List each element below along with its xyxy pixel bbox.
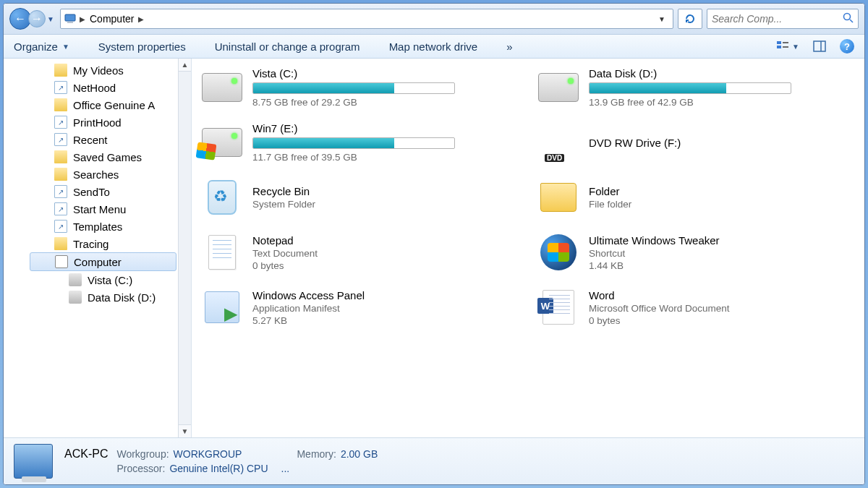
system-properties-button[interactable]: System properties	[98, 40, 186, 53]
recycle-bin-icon	[202, 177, 242, 218]
computer-icon	[62, 11, 78, 27]
address-dropdown[interactable]: ▼	[657, 15, 671, 23]
breadcrumb-computer[interactable]: Computer ▶	[87, 13, 147, 25]
item-windows-access-panel[interactable]: Windows Access Panel Application Manifes…	[199, 286, 528, 329]
folder-icon	[54, 237, 67, 250]
content-pane: Vista (C:) 8.75 GB free of 29.2 GB Data …	[192, 59, 864, 437]
scroll-up-button[interactable]: ▲	[179, 59, 191, 72]
nav-label: Recent	[73, 134, 108, 146]
tile-title: DVD RW Drive (F:)	[589, 137, 681, 149]
search-box[interactable]	[707, 9, 859, 29]
details-processor-value: Genuine Intel(R) CPU	[169, 463, 268, 474]
folder-icon	[54, 150, 67, 163]
tile-size: 0 bytes	[252, 260, 318, 271]
svg-rect-4	[777, 41, 781, 44]
history-dropdown[interactable]: ▼	[46, 10, 56, 27]
nav-item[interactable]: ↗PrintHood	[4, 114, 191, 131]
nav-label: Computer	[74, 256, 122, 268]
organize-menu[interactable]: Organize ▼	[14, 40, 69, 53]
svg-rect-1	[67, 22, 73, 23]
nav-drive-c[interactable]: Vista (C:)	[4, 271, 191, 288]
nav-item[interactable]: Tracing	[4, 235, 191, 252]
refresh-button[interactable]	[678, 9, 702, 29]
chevron-right-icon[interactable]: ▶	[80, 15, 85, 23]
explorer-body: My Videos↗NetHoodOffice Genuine A↗PrintH…	[4, 59, 864, 437]
details-computer-name: ACK-PC	[64, 448, 108, 461]
tile-title: Ultimate Windows Tweaker	[589, 234, 720, 247]
nav-label: NetHood	[73, 82, 116, 94]
item-word[interactable]: Word Microsoft Office Word Document 0 by…	[535, 286, 864, 329]
details-workgroup-label: Workgroup:	[116, 448, 169, 460]
tile-subtitle: 8.75 GB free of 29.2 GB	[252, 97, 455, 108]
nav-item[interactable]: Saved Games	[4, 148, 191, 166]
tile-subtitle: File folder	[589, 199, 631, 210]
tile-title: Folder	[589, 185, 631, 197]
svg-rect-5	[777, 46, 781, 48]
scroll-down-button[interactable]: ▼	[179, 424, 191, 437]
svg-rect-0	[65, 14, 75, 21]
nav-label: Templates	[73, 221, 122, 233]
map-network-drive-button[interactable]: Map network drive	[389, 40, 478, 53]
search-input[interactable]	[712, 13, 843, 25]
nav-item[interactable]: ↗Recent	[4, 131, 191, 148]
details-processor-label: Processor:	[116, 463, 165, 474]
svg-rect-8	[814, 41, 825, 51]
nav-label: Tracing	[73, 238, 109, 250]
nav-label: Vista (C:)	[88, 274, 132, 286]
nav-drive-d[interactable]: Data Disk (D:)	[4, 288, 191, 306]
breadcrumb-label: Computer	[90, 13, 134, 25]
nav-item[interactable]: Office Genuine A	[4, 96, 191, 114]
chevron-down-icon: ▼	[62, 43, 69, 51]
nav-computer[interactable]: Computer	[30, 252, 176, 271]
preview-pane-button[interactable]	[812, 39, 827, 53]
nav-item[interactable]: Searches	[4, 166, 191, 183]
tile-size: 0 bytes	[589, 315, 730, 326]
uninstall-program-button[interactable]: Uninstall or change a program	[215, 40, 360, 53]
tile-subtitle: System Folder	[252, 199, 315, 210]
item-ultimate-windows-tweaker[interactable]: Ultimate Windows Tweaker Shortcut 1.44 K…	[535, 231, 864, 274]
tile-subtitle: Shortcut	[589, 248, 720, 259]
tile-title: Vista (C:)	[252, 67, 455, 80]
item-folder[interactable]: Folder File folder	[535, 176, 864, 219]
nav-item[interactable]: ↗Start Menu	[4, 200, 191, 218]
nav-scrollbar[interactable]: ▲ ▼	[178, 59, 191, 437]
tile-subtitle: Application Manifest	[252, 303, 365, 314]
drive-data-disk-d[interactable]: Data Disk (D:) 13.9 GB free of 42.9 GB	[535, 66, 864, 109]
tile-title: Recycle Bin	[252, 185, 315, 197]
tile-title: Notepad	[252, 234, 318, 247]
hard-drive-windows-icon	[202, 122, 242, 163]
folder-icon	[54, 64, 67, 77]
tiles-grid: Vista (C:) 8.75 GB free of 29.2 GB Data …	[199, 66, 864, 329]
shortcut-file-icon: ↗	[54, 202, 67, 215]
nav-label: Saved Games	[73, 151, 142, 163]
nav-label: PrintHood	[73, 116, 122, 129]
shortcut-file-icon: ↗	[54, 185, 67, 198]
nav-item[interactable]: My Videos	[4, 61, 191, 79]
tile-title: Word	[589, 289, 730, 301]
dvd-drive-icon	[538, 122, 579, 163]
drive-vista-c[interactable]: Vista (C:) 8.75 GB free of 29.2 GB	[199, 66, 528, 109]
details-ellipsis[interactable]: ...	[281, 463, 290, 474]
details-pane: ACK-PC Workgroup: WORKGROUP Memory: 2.00…	[4, 437, 864, 484]
search-icon[interactable]	[843, 12, 854, 25]
forward-button[interactable]: →	[28, 10, 46, 27]
nav-item[interactable]: ↗Templates	[4, 218, 191, 235]
nav-label: SendTo	[73, 186, 110, 198]
drive-dvd-rw-f[interactable]: DVD RW Drive (F:)	[535, 121, 864, 164]
address-bar-row: ← → ▼ ▶ Computer ▶ ▼	[4, 4, 864, 35]
change-view-button[interactable]: ▼	[776, 40, 799, 53]
usage-bar	[252, 137, 455, 149]
nav-item[interactable]: ↗SendTo	[4, 183, 191, 200]
item-recycle-bin[interactable]: Recycle Bin System Folder	[199, 176, 528, 219]
tile-title: Windows Access Panel	[252, 289, 365, 301]
computer-large-icon	[14, 444, 53, 479]
drive-icon	[69, 291, 82, 304]
nav-label: Data Disk (D:)	[88, 291, 156, 304]
chevron-right-icon[interactable]: ▶	[138, 15, 144, 23]
toolbar-overflow[interactable]: »	[506, 40, 512, 53]
drive-win7-e[interactable]: Win7 (E:) 11.7 GB free of 39.5 GB	[199, 121, 528, 164]
help-button[interactable]: ?	[840, 39, 854, 53]
item-notepad[interactable]: Notepad Text Document 0 bytes	[199, 231, 528, 274]
breadcrumb[interactable]: ▶ Computer ▶ ▼	[60, 9, 673, 29]
nav-item[interactable]: ↗NetHood	[4, 79, 191, 96]
